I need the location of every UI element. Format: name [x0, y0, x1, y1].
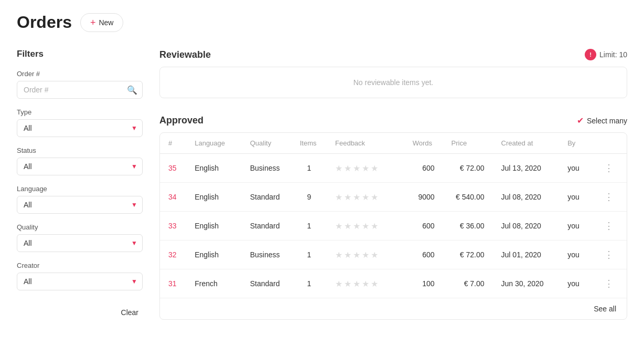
created-at-cell: Jul 13, 2020 [493, 154, 560, 183]
approved-table-wrap: # Language Quality Items Feedback Words … [159, 132, 627, 320]
order-number-link[interactable]: 33 [168, 222, 177, 230]
star-icon: ★ [353, 221, 360, 231]
star-icon: ★ [335, 250, 342, 260]
row-more-button[interactable]: ⋮ [601, 219, 617, 233]
price-cell: € 72.00 [443, 154, 493, 183]
table-row: 32 English Business 1 ★★★★★ 600 € 72.00 … [160, 241, 627, 269]
reviewable-title: Reviewable [159, 49, 211, 60]
filter-creator: Creator All ▼ [17, 262, 143, 290]
words-cell: 100 [404, 269, 443, 298]
star-icon: ★ [371, 279, 378, 289]
reviewable-header: Reviewable ! Limit: 10 [159, 49, 627, 60]
items-cell: 1 [292, 154, 327, 183]
star-icon: ★ [371, 192, 378, 202]
by-cell: you [559, 183, 592, 212]
col-header-feedback: Feedback [327, 133, 404, 154]
reviewable-empty-message: No reviewable items yet. [353, 78, 434, 87]
filter-status: Status All ▼ [17, 147, 143, 175]
star-icon: ★ [362, 279, 369, 289]
approved-header: Approved ✔ Select many [159, 115, 627, 126]
quality-cell: Standard [242, 212, 292, 241]
created-at-cell: Jun 30, 2020 [493, 269, 560, 298]
order-number-link[interactable]: 34 [168, 193, 177, 201]
page-title: Orders [17, 13, 72, 32]
type-select[interactable]: All [17, 119, 143, 137]
sidebar: Filters Order # 🔍 Type All ▼ Status [17, 49, 143, 337]
price-cell: € 7.00 [443, 269, 493, 298]
creator-select-wrap: All ▼ [17, 273, 143, 290]
select-many-button[interactable]: ✔ Select many [577, 116, 627, 126]
see-all-button[interactable]: See all [594, 305, 616, 313]
language-select-wrap: All ▼ [17, 196, 143, 214]
approved-title: Approved [159, 115, 203, 126]
reviewable-empty-box: No reviewable items yet. [159, 67, 627, 98]
row-more-button[interactable]: ⋮ [601, 277, 617, 290]
col-header-language: Language [186, 133, 242, 154]
order-number-link[interactable]: 32 [168, 250, 177, 259]
quality-select[interactable]: All [17, 234, 143, 252]
star-icon: ★ [371, 221, 378, 231]
order-number-label: Order # [17, 70, 143, 78]
reviewable-section: Reviewable ! Limit: 10 No reviewable ite… [159, 49, 627, 98]
limit-icon: ! [585, 49, 596, 60]
language-cell: English [186, 241, 242, 269]
order-number-link[interactable]: 31 [168, 279, 177, 288]
plus-icon: + [90, 18, 96, 27]
feedback-cell: ★★★★★ [327, 212, 404, 241]
feedback-cell: ★★★★★ [327, 241, 404, 269]
new-button[interactable]: + New [80, 13, 124, 32]
star-icon: ★ [344, 250, 351, 260]
star-icon: ★ [344, 192, 351, 202]
price-cell: € 36.00 [443, 212, 493, 241]
row-more-button[interactable]: ⋮ [601, 248, 617, 262]
star-icon: ★ [371, 250, 378, 260]
items-cell: 9 [292, 183, 327, 212]
type-label: Type [17, 108, 143, 116]
star-icon: ★ [335, 279, 342, 289]
table-row: 33 English Standard 1 ★★★★★ 600 € 36.00 … [160, 212, 627, 241]
language-cell: English [186, 154, 242, 183]
feedback-cell: ★★★★★ [327, 183, 404, 212]
creator-select[interactable]: All [17, 273, 143, 290]
star-icon: ★ [344, 221, 351, 231]
col-header-actions [593, 133, 627, 154]
limit-badge: ! Limit: 10 [585, 49, 627, 60]
language-label: Language [17, 185, 143, 193]
quality-label: Quality [17, 223, 143, 231]
feedback-cell: ★★★★★ [327, 154, 404, 183]
col-header-price: Price [443, 133, 493, 154]
table-body: 35 English Business 1 ★★★★★ 600 € 72.00 … [160, 154, 627, 298]
row-more-button[interactable]: ⋮ [601, 190, 617, 204]
star-icon: ★ [353, 279, 360, 289]
items-cell: 1 [292, 212, 327, 241]
star-icon: ★ [371, 163, 378, 173]
page-header: Orders + New [17, 13, 627, 32]
orders-table: # Language Quality Items Feedback Words … [160, 133, 627, 298]
star-icon: ★ [362, 192, 369, 202]
items-cell: 1 [292, 241, 327, 269]
star-icon: ★ [353, 192, 360, 202]
status-select[interactable]: All [17, 158, 143, 175]
approved-section: Approved ✔ Select many # Language Qualit… [159, 115, 627, 320]
status-label: Status [17, 147, 143, 154]
words-cell: 9000 [404, 183, 443, 212]
filter-order-number: Order # 🔍 [17, 70, 143, 99]
limit-label: Limit: 10 [599, 50, 627, 59]
clear-button[interactable]: Clear [117, 306, 143, 319]
col-header-hash: # [160, 133, 186, 154]
star-icon: ★ [353, 250, 360, 260]
star-icon: ★ [362, 221, 369, 231]
language-select[interactable]: All [17, 196, 143, 214]
order-number-link[interactable]: 35 [168, 164, 177, 172]
select-many-label: Select many [587, 117, 627, 125]
price-cell: € 72.00 [443, 241, 493, 269]
type-select-wrap: All ▼ [17, 119, 143, 137]
col-header-items: Items [292, 133, 327, 154]
order-number-input[interactable] [17, 81, 143, 99]
items-cell: 1 [292, 269, 327, 298]
col-header-words: Words [404, 133, 443, 154]
row-more-button[interactable]: ⋮ [601, 161, 617, 175]
quality-cell: Standard [242, 269, 292, 298]
col-header-by: By [559, 133, 592, 154]
by-cell: you [559, 154, 592, 183]
